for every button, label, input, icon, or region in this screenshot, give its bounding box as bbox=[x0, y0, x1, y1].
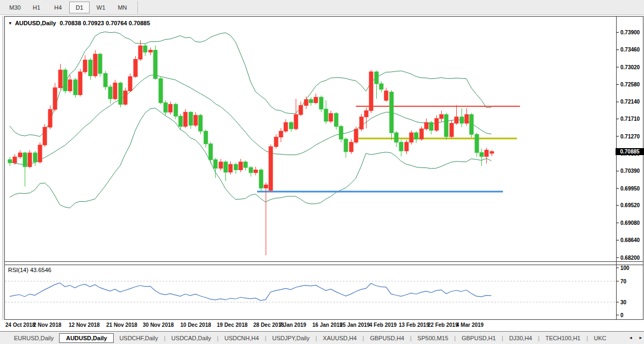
candle bbox=[184, 109, 187, 128]
candle bbox=[199, 114, 202, 134]
price-axis-canvas: 0.739000.734600.730200.725800.721400.717… bbox=[617, 17, 643, 319]
candle bbox=[440, 111, 443, 122]
candle bbox=[38, 142, 42, 164]
candle bbox=[149, 47, 152, 55]
candle bbox=[314, 93, 318, 104]
timeframe-button-d1[interactable]: D1 bbox=[69, 2, 90, 13]
candle bbox=[409, 130, 413, 145]
price-tick-label: 0.71710 bbox=[620, 116, 640, 122]
tab-scroll-left-icon[interactable]: ◂ bbox=[630, 335, 632, 340]
timeframe-button-mn[interactable]: MN bbox=[112, 2, 133, 13]
candle bbox=[153, 46, 157, 80]
price-tick-label: 0.72580 bbox=[620, 82, 640, 87]
candle bbox=[394, 131, 398, 147]
candle bbox=[435, 115, 438, 132]
price-axis[interactable]: 0.739000.734600.730200.725800.721400.717… bbox=[616, 17, 643, 319]
time-axis-label: 30 Nov 2018 bbox=[143, 322, 174, 328]
candle bbox=[354, 127, 358, 144]
symbol-dropdown-icon[interactable]: ▼ bbox=[8, 21, 12, 26]
chart-tab-eurusd-daily[interactable]: EURUSD,Daily bbox=[9, 333, 59, 343]
candle bbox=[294, 99, 298, 130]
candle bbox=[319, 96, 323, 112]
chart-tab-sp500-m15[interactable]: SP500,M15 bbox=[412, 333, 453, 343]
candle bbox=[284, 119, 288, 133]
rsi-tick-label: 100 bbox=[620, 265, 630, 271]
timeframe-button-w1[interactable]: W1 bbox=[91, 2, 111, 13]
candle bbox=[113, 80, 117, 100]
price-tick-label: 0.69520 bbox=[620, 202, 640, 208]
rsi-tick-label: 0 bbox=[620, 312, 624, 318]
candle bbox=[219, 159, 223, 171]
candle bbox=[289, 121, 293, 132]
candle bbox=[128, 74, 132, 92]
candle bbox=[375, 71, 378, 99]
chart-tab-usdchf-daily[interactable]: USDCHF,Daily bbox=[114, 333, 163, 343]
candle bbox=[269, 144, 273, 192]
price-tick-label: 0.69080 bbox=[620, 220, 640, 226]
time-axis-label: 12 Nov 2018 bbox=[69, 322, 100, 328]
candle bbox=[134, 56, 137, 78]
tab-scroll-right-icon[interactable]: ▸ bbox=[639, 335, 642, 340]
candle bbox=[43, 124, 47, 147]
candle bbox=[164, 100, 167, 115]
rsi-line bbox=[10, 283, 492, 301]
candle bbox=[475, 133, 479, 157]
candle bbox=[104, 71, 107, 90]
rsi-tick-label: 70 bbox=[620, 279, 627, 284]
chart-tab-usdjpy-daily[interactable]: USDJPY,Daily bbox=[267, 333, 315, 343]
timeframe-button-h4[interactable]: H4 bbox=[48, 2, 68, 13]
candle bbox=[304, 97, 308, 109]
toolbar-separator bbox=[137, 1, 138, 14]
candle bbox=[324, 100, 328, 124]
timeframe-button-m30[interactable]: M30 bbox=[5, 2, 25, 13]
chart-tab-usdcad-daily[interactable]: USDCAD,Daily bbox=[166, 333, 216, 343]
candle bbox=[58, 64, 62, 90]
rsi-indicator-label: RSI(14) 43.6546 bbox=[8, 267, 52, 273]
chart-tab-usdcnh-h4[interactable]: USDCNH,H4 bbox=[219, 333, 264, 343]
price-tick-label: 0.71270 bbox=[620, 134, 640, 140]
candle bbox=[299, 101, 303, 116]
candle bbox=[204, 129, 208, 148]
candle bbox=[239, 159, 243, 172]
candle bbox=[485, 148, 488, 164]
candle bbox=[18, 150, 22, 159]
main-chart-canvas[interactable] bbox=[5, 17, 616, 319]
candle bbox=[279, 128, 283, 143]
chart-tab-dj30-h4[interactable]: DJ30,H4 bbox=[504, 333, 538, 343]
candle bbox=[379, 82, 383, 93]
candle bbox=[465, 108, 469, 126]
chart-tab-gbpusd-h4[interactable]: GBPUSD,H4 bbox=[364, 333, 409, 343]
candle bbox=[480, 149, 484, 166]
candle bbox=[108, 85, 112, 104]
candle bbox=[390, 90, 393, 140]
chart-tab-gbpusd-h1[interactable]: GBPUSD,H1 bbox=[456, 333, 501, 343]
candle bbox=[329, 111, 333, 123]
time-axis-label: 19 Dec 2018 bbox=[217, 322, 247, 328]
price-tick-label: 0.70390 bbox=[620, 168, 640, 174]
time-axis[interactable]: 24 Oct 20182 Nov 201812 Nov 201821 Nov 2… bbox=[4, 320, 643, 331]
chart-tab-tech100-h1[interactable]: TECH100,H1 bbox=[540, 333, 586, 343]
candle bbox=[234, 163, 238, 174]
candle bbox=[405, 140, 408, 155]
chart-tab-audusd-daily[interactable]: AUDUSD,Daily bbox=[59, 333, 114, 343]
candle bbox=[119, 82, 122, 107]
chart-ohlc-values: 0.70838 0.70923 0.70764 0.70885 bbox=[60, 20, 150, 26]
chart-tab-ukc[interactable]: UKC bbox=[589, 333, 612, 343]
candle bbox=[8, 157, 12, 166]
candle bbox=[450, 120, 453, 138]
price-tick-label: 0.73460 bbox=[620, 47, 640, 53]
time-axis-label: 2 Nov 2018 bbox=[33, 322, 61, 328]
candle bbox=[360, 114, 363, 131]
timeframe-button-h1[interactable]: H1 bbox=[26, 2, 47, 13]
price-tick-label: 0.68200 bbox=[620, 255, 640, 261]
window-left-edge bbox=[3, 16, 3, 320]
bollinger-lower-band bbox=[10, 108, 492, 208]
current-price-tag: 0.70885 bbox=[616, 148, 644, 155]
time-axis-label: 7 Jan 2019 bbox=[279, 322, 306, 328]
candle bbox=[249, 166, 253, 177]
candle bbox=[209, 142, 213, 164]
candle bbox=[344, 137, 348, 158]
rsi-tick-label: 30 bbox=[620, 299, 627, 305]
chart-tab-xauusd-h4[interactable]: XAUUSD,H4 bbox=[318, 333, 362, 343]
candle bbox=[143, 43, 147, 56]
